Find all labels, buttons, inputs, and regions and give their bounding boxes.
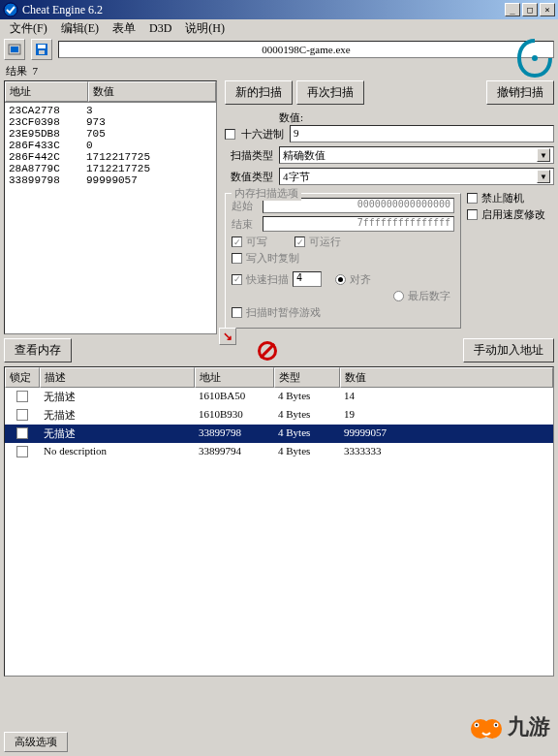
value-type-select[interactable]: 4字节▼ bbox=[279, 168, 554, 185]
writable-checkbox[interactable]: ✓ bbox=[232, 236, 242, 247]
chevron-down-icon: ▼ bbox=[537, 170, 550, 183]
minimize-button[interactable]: _ bbox=[505, 3, 520, 16]
titlebar: Cheat Engine 6.2 _ □ × bbox=[0, 0, 558, 19]
lock-checkbox[interactable] bbox=[16, 391, 28, 402]
toolbar: 0000198C-game.exe bbox=[0, 37, 558, 62]
lock-checkbox[interactable] bbox=[16, 409, 28, 421]
fast-scan-checkbox[interactable]: ✓ bbox=[232, 274, 242, 285]
speedhack-checkbox[interactable] bbox=[467, 209, 478, 220]
align-radio[interactable] bbox=[335, 274, 346, 285]
value-type-label: 数值类型 bbox=[225, 170, 273, 184]
svg-point-0 bbox=[4, 3, 17, 16]
watermark: 九游 bbox=[469, 709, 550, 744]
hex-label: 十六进制 bbox=[241, 127, 284, 142]
chevron-down-icon: ▼ bbox=[537, 148, 550, 162]
memory-scan-options: 内存扫描选项 起始 0000000000000000 结束 7fffffffff… bbox=[225, 193, 461, 329]
found-row[interactable]: 286F433C0 bbox=[5, 140, 216, 151]
value-label: 数值: bbox=[279, 110, 303, 125]
process-name: 0000198C-game.exe bbox=[58, 41, 554, 58]
table-row[interactable]: 无描述 1610B930 4 Bytes 19 bbox=[5, 406, 553, 425]
app-icon bbox=[3, 2, 18, 17]
table-row[interactable]: 无描述 33899798 4 Bytes 99999057 bbox=[5, 425, 553, 443]
save-button[interactable] bbox=[31, 39, 52, 60]
svg-rect-2 bbox=[11, 47, 18, 52]
end-label: 结束 bbox=[232, 217, 259, 232]
col-lock[interactable]: 锁定 bbox=[5, 367, 40, 388]
svg-point-6 bbox=[532, 55, 538, 61]
col-address[interactable]: 地址 bbox=[5, 81, 88, 102]
view-memory-button[interactable]: 查看内存 bbox=[4, 338, 72, 362]
executable-checkbox[interactable]: ✓ bbox=[294, 236, 305, 247]
next-scan-button[interactable]: 再次扫描 bbox=[296, 80, 364, 105]
undo-scan-button[interactable]: 撤销扫描 bbox=[486, 80, 554, 105]
hex-checkbox[interactable] bbox=[225, 129, 235, 140]
svg-rect-5 bbox=[39, 50, 45, 54]
end-input[interactable]: 7fffffffffffffff bbox=[263, 216, 454, 232]
lock-checkbox[interactable] bbox=[16, 427, 28, 439]
open-process-button[interactable] bbox=[4, 39, 25, 60]
maximize-button[interactable]: □ bbox=[522, 3, 538, 16]
pause-checkbox[interactable] bbox=[232, 307, 242, 318]
value-input[interactable]: 9 bbox=[290, 125, 554, 142]
col-val[interactable]: 数值 bbox=[340, 367, 553, 388]
menu-edit[interactable]: 编辑(E) bbox=[55, 19, 105, 38]
found-row[interactable]: 286F442C1712217725 bbox=[5, 151, 216, 163]
prohibit-icon[interactable] bbox=[258, 341, 277, 361]
col-desc[interactable]: 描述 bbox=[40, 367, 195, 388]
window-title: Cheat Engine 6.2 bbox=[22, 3, 505, 17]
found-row[interactable]: 3389979899999057 bbox=[5, 174, 216, 186]
table-row[interactable]: No description 33899794 4 Bytes 3333333 bbox=[5, 443, 553, 460]
found-list[interactable]: 地址 数值 23CA2778323CF039897323E95DB8705286… bbox=[4, 80, 217, 334]
found-row[interactable]: 23E95DB8705 bbox=[5, 128, 216, 140]
svg-point-10 bbox=[476, 724, 478, 726]
lock-checkbox[interactable] bbox=[16, 446, 28, 457]
cow-checkbox[interactable] bbox=[232, 253, 242, 264]
menu-file[interactable]: 文件(F) bbox=[4, 19, 53, 38]
jiuyou-logo-icon bbox=[469, 709, 504, 744]
scan-type-label: 扫描类型 bbox=[225, 148, 273, 163]
no-random-checkbox[interactable] bbox=[467, 193, 478, 204]
advanced-options-button[interactable]: 高级选项 bbox=[4, 732, 68, 752]
close-button[interactable]: × bbox=[540, 3, 555, 16]
svg-point-8 bbox=[482, 719, 502, 739]
col-addr[interactable]: 地址 bbox=[195, 367, 274, 388]
cheat-engine-logo-icon bbox=[515, 37, 554, 79]
last-digit-radio[interactable] bbox=[393, 291, 404, 301]
menu-d3d[interactable]: D3D bbox=[143, 20, 177, 37]
results-label: 结果 7 bbox=[0, 62, 558, 80]
col-value[interactable]: 数值 bbox=[88, 81, 216, 102]
new-scan-button[interactable]: 新的扫描 bbox=[225, 80, 293, 105]
col-type[interactable]: 类型 bbox=[274, 367, 340, 388]
scan-type-select[interactable]: 精确数值▼ bbox=[279, 146, 554, 164]
svg-point-12 bbox=[495, 724, 497, 726]
svg-rect-4 bbox=[38, 45, 46, 48]
menubar: 文件(F) 编辑(E) 表单 D3D 说明(H) bbox=[0, 19, 558, 37]
address-table[interactable]: 锁定 描述 地址 类型 数值 无描述 1610BA50 4 Bytes 14 无… bbox=[4, 366, 554, 677]
found-row[interactable]: 28A8779C1712217725 bbox=[5, 163, 216, 174]
found-row[interactable]: 23CA27783 bbox=[5, 105, 216, 116]
fast-scan-input[interactable]: 4 bbox=[293, 271, 322, 287]
found-row[interactable]: 23CF0398973 bbox=[5, 116, 216, 128]
table-row[interactable]: 无描述 1610BA50 4 Bytes 14 bbox=[5, 388, 553, 406]
add-manual-button[interactable]: 手动加入地址 bbox=[463, 338, 554, 362]
menu-table[interactable]: 表单 bbox=[107, 19, 141, 38]
add-to-list-button[interactable]: ↘ bbox=[219, 328, 236, 345]
menu-help[interactable]: 说明(H) bbox=[179, 19, 231, 38]
